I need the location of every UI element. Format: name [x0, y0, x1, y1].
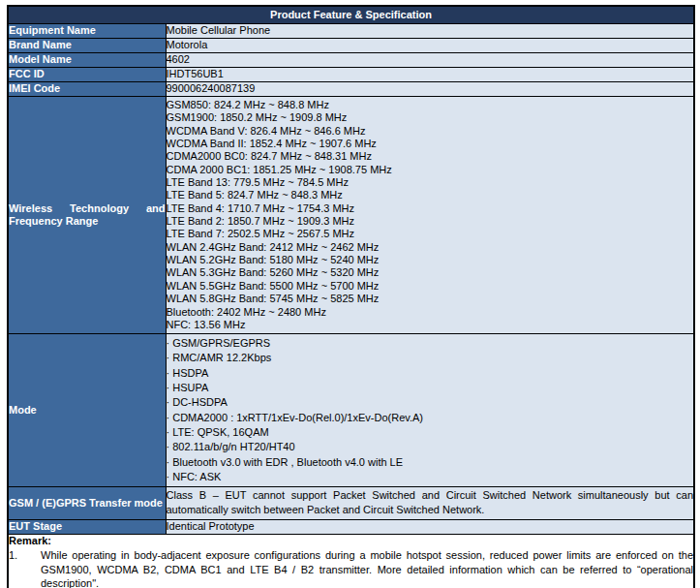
wireless-frequency-list: GSM850: 824.2 MHz ~ 848.8 MHzGSM1900: 18… [166, 97, 694, 334]
title-row: Product Feature & Specification [8, 6, 694, 24]
eut-stage-label: EUT Stage [8, 519, 166, 534]
mode-line: · 802.11a/b/g/n HT20/HT40 [167, 440, 694, 454]
frequency-line: LTE Band 4: 1710.7 MHz ~ 1754.3 MHz [167, 202, 694, 215]
remark-item: 1. While operating in body-adjacent expo… [9, 548, 693, 588]
imei-code-value: 990006240087139 [166, 82, 694, 97]
mode-line: · HSDPA [167, 366, 694, 381]
eut-stage-value: Identical Prototype [166, 519, 694, 534]
mode-label: Mode [8, 334, 166, 487]
frequency-line: WCDMA Band II: 1852.4 MHz ~ 1907.6 MHz [167, 138, 694, 150]
mode-line: · LTE: QPSK, 16QAM [167, 425, 694, 440]
model-name-value: 4602 [166, 53, 694, 68]
frequency-line: NFC: 13.56 MHz [167, 319, 694, 331]
table-row: IMEI Code 990006240087139 [8, 82, 694, 97]
wireless-row: Wireless Technology and Frequency Range … [8, 97, 694, 334]
equipment-name-label: Equipment Name [8, 24, 166, 39]
frequency-line: WLAN 5.3GHz Band: 5260 MHz ~ 5320 MHz [167, 266, 694, 279]
mode-line: · Bluetooth v3.0 with EDR , Bluetooth v4… [167, 455, 694, 470]
frequency-line: WLAN 2.4GHz Band: 2412 MHz ~ 2462 MHz [167, 241, 694, 254]
specification-document: Product Feature & Specification Equipmen… [7, 5, 693, 588]
frequency-line: WLAN 5.2GHz Band: 5180 MHz ~ 5240 MHz [167, 254, 694, 266]
equipment-name-value: Mobile Cellular Phone [166, 24, 694, 39]
frequency-line: LTE Band 2: 1850.7 MHz ~ 1909.3 MHz [167, 215, 694, 228]
frequency-line: Bluetooth: 2402 MHz ~ 2480 MHz [167, 306, 694, 319]
remark-indent [28, 548, 41, 588]
brand-name-label: Brand Name [8, 39, 166, 53]
frequency-line: CDMA 2000 BC1: 1851.25 MHz ~ 1908.75 MHz [167, 164, 694, 176]
gsm-egprs-transfer-mode-value: Class B – EUT cannot support Packet Swit… [166, 487, 694, 520]
remark-section: Remark: 1. While operating in body-adjac… [8, 534, 694, 588]
imei-code-label: IMEI Code [8, 82, 166, 97]
mode-line: · GSM/GPRS/EGPRS [167, 336, 694, 351]
remark-heading: Remark: [9, 535, 693, 548]
mode-list: · GSM/GPRS/EGPRS· RMC/AMR 12.2Kbps· HSDP… [166, 334, 694, 487]
frequency-line: LTE Band 7: 2502.5 MHz ~ 2567.5 MHz [167, 228, 694, 240]
mode-line: · RMC/AMR 12.2Kbps [167, 351, 694, 365]
table-title: Product Feature & Specification [8, 6, 694, 24]
table-row: Model Name 4602 [8, 53, 694, 68]
remark-item-text: While operating in body-adjacent exposur… [41, 548, 693, 588]
table-row: Brand Name Motorola [8, 39, 694, 53]
mode-line: · CDMA2000 : 1xRTT/1xEv-Do(Rel.0)/1xEv-D… [167, 411, 694, 425]
frequency-line: LTE Band 13: 779.5 MHz ~ 784.5 MHz [167, 176, 694, 189]
mode-row: Mode · GSM/GPRS/EGPRS· RMC/AMR 12.2Kbps·… [8, 334, 694, 487]
frequency-line: WLAN 5.8GHz Band: 5745 MHz ~ 5825 MHz [167, 293, 694, 305]
wireless-technology-label: Wireless Technology and Frequency Range [8, 97, 166, 334]
brand-name-value: Motorola [166, 39, 694, 53]
table-row: Equipment Name Mobile Cellular Phone [8, 24, 694, 39]
table-row: FCC ID IHDT56UB1 [8, 68, 694, 82]
frequency-line: WLAN 5.5GHz Band: 5500 MHz ~ 5700 MHz [167, 280, 694, 293]
fcc-id-value: IHDT56UB1 [166, 68, 694, 82]
remark-row: Remark: 1. While operating in body-adjac… [8, 534, 694, 588]
transfer-mode-row: GSM / (E)GPRS Transfer mode Class B – EU… [8, 487, 694, 520]
product-spec-table: Product Feature & Specification Equipmen… [7, 5, 695, 588]
frequency-line: CDMA2000 BC0: 824.7 MHz ~ 848.31 MHz [167, 150, 694, 163]
frequency-line: WCDMA Band V: 826.4 MHz ~ 846.6 MHz [167, 125, 694, 138]
model-name-label: Model Name [8, 53, 166, 68]
mode-line: · DC-HSDPA [167, 395, 694, 410]
remark-item-number: 1. [9, 548, 28, 588]
fcc-id-label: FCC ID [8, 68, 166, 82]
mode-line: · NFC: ASK [167, 470, 694, 484]
mode-line: · HSUPA [167, 381, 694, 395]
frequency-line: GSM1900: 1850.2 MHz ~ 1909.8 MHz [167, 111, 694, 124]
frequency-line: GSM850: 824.2 MHz ~ 848.8 MHz [167, 99, 694, 111]
eut-stage-row: EUT Stage Identical Prototype [8, 519, 694, 534]
gsm-egprs-transfer-mode-label: GSM / (E)GPRS Transfer mode [8, 487, 166, 520]
frequency-line: LTE Band 5: 824.7 MHz ~ 848.3 MHz [167, 189, 694, 201]
